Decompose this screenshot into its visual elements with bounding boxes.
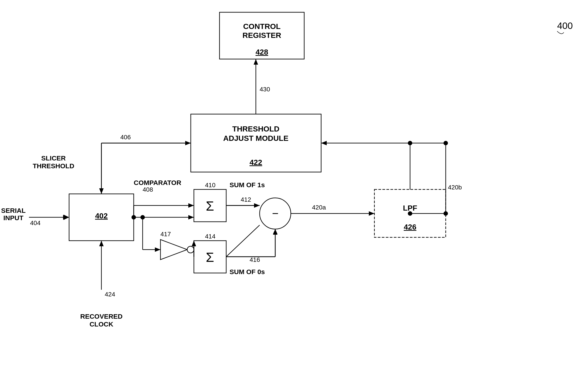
svg-text:THRESHOLD: THRESHOLD [232, 124, 280, 133]
svg-marker-22 [254, 59, 258, 65]
svg-text:THRESHOLD: THRESHOLD [33, 162, 74, 170]
svg-marker-19 [160, 240, 187, 260]
svg-text:416: 416 [250, 256, 260, 263]
diagram: CONTROL REGISTER 428 THRESHOLD ADJUST MO… [0, 0, 585, 392]
svg-text:406: 406 [120, 134, 131, 140]
svg-marker-49 [64, 214, 69, 220]
svg-point-20 [187, 246, 194, 253]
svg-marker-27 [321, 141, 327, 145]
svg-text:410: 410 [205, 182, 216, 188]
svg-text:402: 402 [95, 212, 108, 220]
svg-text:CONTROL: CONTROL [243, 22, 280, 30]
svg-text:Σ: Σ [206, 250, 214, 265]
svg-text:INPUT: INPUT [3, 214, 24, 222]
svg-text:414: 414 [205, 233, 216, 240]
svg-point-29 [408, 141, 412, 145]
svg-marker-64 [99, 188, 104, 194]
svg-point-31 [408, 211, 412, 216]
svg-text:RECOVERED: RECOVERED [80, 313, 122, 320]
svg-text:ADJUST MODULE: ADJUST MODULE [223, 134, 288, 142]
svg-marker-57 [155, 247, 160, 252]
svg-text:SUM OF 1s: SUM OF 1s [230, 181, 265, 188]
svg-text:424: 424 [105, 291, 115, 298]
svg-marker-90 [273, 229, 278, 234]
svg-point-83 [444, 211, 448, 216]
svg-text:−: − [272, 207, 278, 220]
svg-text:COMPARATOR: COMPARATOR [134, 179, 182, 186]
svg-marker-93 [188, 203, 194, 208]
svg-marker-53 [188, 215, 194, 220]
svg-text:422: 422 [250, 158, 262, 166]
svg-marker-87 [254, 203, 260, 208]
svg-text:426: 426 [404, 223, 416, 231]
svg-marker-34 [369, 211, 374, 216]
svg-point-94 [132, 215, 136, 220]
svg-text:430: 430 [260, 86, 270, 93]
svg-text:REGISTER: REGISTER [242, 31, 281, 40]
svg-text:417: 417 [160, 231, 171, 238]
svg-text:SLICER: SLICER [41, 154, 66, 162]
svg-text:408: 408 [143, 186, 153, 193]
svg-text:Σ: Σ [206, 198, 214, 214]
svg-text:412: 412 [241, 196, 251, 203]
svg-line-43 [226, 225, 260, 257]
svg-text:420b: 420b [448, 184, 462, 191]
svg-text:SUM OF 0s: SUM OF 0s [230, 268, 265, 276]
svg-text:SERIAL: SERIAL [1, 207, 26, 214]
svg-text:LPF: LPF [403, 204, 417, 212]
svg-text:428: 428 [256, 48, 268, 56]
svg-text:404: 404 [30, 220, 40, 226]
circuit-diagram-svg: CONTROL REGISTER 428 THRESHOLD ADJUST MO… [0, 0, 585, 392]
svg-text:CLOCK: CLOCK [90, 320, 114, 328]
svg-marker-75 [99, 241, 104, 246]
svg-text:420a: 420a [312, 204, 326, 211]
svg-text:400: 400 [557, 20, 573, 31]
